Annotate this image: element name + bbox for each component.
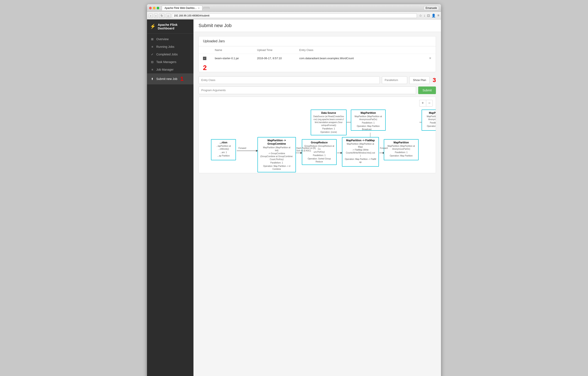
title-bar: Apache Flink Web Dashbo... ✕ Emanuele [147, 4, 441, 12]
annotation-2: 2 [199, 63, 436, 72]
active-tab[interactable]: Apache Flink Web Dashbo... ✕ [162, 5, 202, 10]
submit-job-icon: ⬆ [150, 77, 154, 81]
forward-button[interactable]: › [154, 13, 158, 18]
running-jobs-icon: ≡ [150, 45, 154, 48]
sidebar-item-submit-job[interactable]: ⬆ Submit new Job 1 [147, 73, 193, 84]
entry-class-input[interactable] [199, 76, 380, 84]
flow-label-hash2: Sort on [0 ASC] [296, 150, 311, 152]
bookmark-icon[interactable]: ☆ [419, 13, 422, 18]
uploaded-jars-header: Uploaded Jars [199, 36, 436, 46]
download-icon[interactable]: ↓ [424, 13, 425, 18]
col-header-checkbox [199, 46, 210, 54]
brand-icon: ⚡ [150, 24, 156, 29]
page-header: Submit new Job [193, 20, 441, 32]
submit-button[interactable]: Submit [418, 87, 436, 94]
tab-close-icon[interactable]: ✕ [198, 7, 200, 9]
user-button[interactable]: Emanuele [424, 6, 439, 10]
jar-table: Name Upload Time Entry Class ✓ beam-star… [199, 46, 436, 63]
col-header-entry: Entry Class [295, 46, 425, 54]
nav-icons: ☆ ↓ ⊡ 👤 ≡ [419, 13, 439, 18]
flow-label-hash: Hash Partition on [0], [296, 147, 316, 149]
col-header-time: Upload Time [253, 46, 295, 54]
col-header-name: Name [210, 46, 253, 54]
completed-jobs-icon: ✓ [150, 53, 154, 56]
flow-node: GroupReduceGroupReduce (GroupReduce at C… [302, 139, 337, 165]
jar-entry-class: com.dataradiant.beam.examples.WordCount [295, 54, 425, 63]
flow-node: MapPartition -> GroupCombineMapPartition… [257, 137, 296, 173]
flow-canvas: Data SourceDataSource (at Read(CreateSou… [199, 97, 436, 173]
browser-window: Apache Flink Web Dashbo... ✕ Emanuele ‹ … [147, 4, 441, 376]
reload-button[interactable]: ↻ [159, 13, 165, 18]
menu-icon[interactable]: ≡ [437, 13, 439, 18]
close-button[interactable] [149, 7, 152, 9]
parallelism-input[interactable] [382, 76, 407, 84]
job-manager-icon: ≡ [150, 68, 154, 71]
plan-card: + − [199, 97, 436, 173]
window-icon[interactable]: ⊡ [427, 13, 430, 18]
flow-node: MapPartition -> FlatMapMapPartition (Map… [342, 137, 379, 167]
sidebar-item-label-running: Running Jobs [156, 45, 174, 48]
sidebar-item-job-manager[interactable]: ≡ Job Manager [147, 66, 193, 73]
jar-delete-icon[interactable]: ✕ [429, 56, 431, 60]
flow-label-forward-2: Forward [380, 147, 388, 149]
zoom-out-button[interactable]: − [426, 100, 433, 107]
nav-bar: ‹ › ↻ ⌂ ☆ ↓ ⊡ 👤 ≡ [147, 12, 441, 20]
traffic-lights [149, 7, 159, 9]
main-content: Submit new Job Uploaded Jars Name Upload… [193, 20, 441, 376]
flow-label-broadcast: Broadcast [362, 128, 371, 131]
flow-node: MapPartitionMapPartition (MapPartition a… [351, 110, 386, 131]
new-tab[interactable] [203, 7, 210, 9]
page-title: Submit new Job [199, 23, 436, 28]
program-args-input[interactable] [199, 87, 416, 94]
jar-delete-cell[interactable]: ✕ [425, 54, 436, 63]
sidebar: ⚡ Apache Flink Dashboard ⊞ Overview ≡ Ru… [147, 20, 193, 376]
sidebar-item-completed-jobs[interactable]: ✓ Completed Jobs [147, 51, 193, 58]
sidebar-item-label-overview: Overview [156, 37, 168, 41]
home-button[interactable]: ⌂ [166, 13, 170, 18]
zoom-controls: + − [419, 100, 433, 107]
task-managers-icon: ⊟ [150, 60, 154, 64]
back-button[interactable]: ‹ [149, 13, 153, 18]
sidebar-item-running-jobs[interactable]: ≡ Running Jobs [147, 43, 193, 51]
form-entry-row: Show Plan 3 [199, 76, 436, 84]
jar-checkbox-cell[interactable]: ✓ [199, 54, 210, 63]
sidebar-item-label-completed: Completed Jobs [156, 53, 178, 56]
sidebar-brand: ⚡ Apache Flink Dashboard [147, 20, 193, 34]
sidebar-item-overview[interactable]: ⊞ Overview [147, 35, 193, 43]
content-area: Uploaded Jars Name Upload Time Entry Cla… [193, 32, 441, 376]
flow-node: MapParti...MapPartition (MapAnonymousP..… [421, 110, 436, 131]
annotation-1: 1 [180, 76, 184, 82]
tab-title: Apache Flink Web Dashbo... [165, 7, 197, 10]
jar-upload-time: 2016-06-17, 8:57:10 [253, 54, 295, 63]
jar-table-row: ✓ beam-starter-0.1.jar 2016-06-17, 8:57:… [199, 54, 436, 63]
overview-icon: ⊞ [150, 37, 154, 41]
fullscreen-button[interactable] [157, 7, 159, 9]
flow-node: ...rtion...lapPartition at...ctWords))..… [211, 139, 236, 160]
minimize-button[interactable] [153, 7, 156, 9]
tab-bar: Apache Flink Web Dashbo... ✕ [162, 5, 424, 10]
annotation-3: 3 [432, 77, 436, 84]
jar-checkbox[interactable]: ✓ [203, 57, 206, 60]
sidebar-item-label-job-manager: Job Manager [156, 68, 174, 71]
flow-node: Data SourceDataSource (at Read(CreateSou… [311, 110, 346, 135]
sidebar-nav: ⊞ Overview ≡ Running Jobs ✓ Completed Jo… [147, 34, 193, 86]
brand-label: Apache Flink Dashboard [158, 23, 190, 30]
app-layout: ⚡ Apache Flink Dashboard ⊞ Overview ≡ Ru… [147, 20, 441, 376]
sidebar-item-label-submit: Submit new Job [156, 77, 178, 81]
sidebar-item-label-task: Task Managers [156, 60, 176, 64]
person-icon[interactable]: 👤 [431, 13, 436, 18]
show-plan-button[interactable]: Show Plan [409, 76, 430, 84]
uploaded-jars-card: Uploaded Jars Name Upload Time Entry Cla… [199, 36, 436, 72]
jar-name: beam-starter-0.1.jar [210, 54, 253, 63]
flow-label-forward-1: Forward [239, 147, 246, 149]
address-bar[interactable] [172, 13, 417, 18]
sidebar-item-task-managers[interactable]: ⊟ Task Managers [147, 58, 193, 66]
form-args-row: Submit [199, 87, 436, 94]
flow-node: MapPartitionMapPartition (MapPartition a… [384, 139, 419, 160]
zoom-in-button[interactable]: + [419, 100, 426, 107]
